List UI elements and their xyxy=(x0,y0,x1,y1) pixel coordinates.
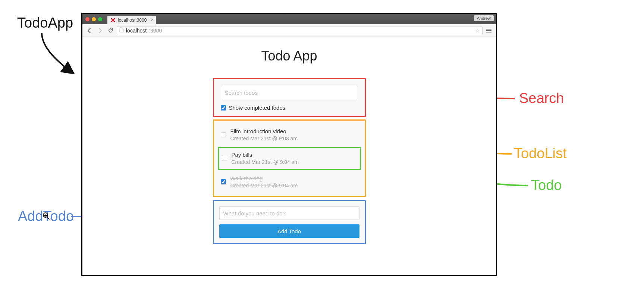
minimize-window-icon[interactable] xyxy=(92,17,96,21)
todo-title: Walk the dog xyxy=(230,175,298,181)
annotation-search: Search xyxy=(519,90,564,106)
bookmark-icon[interactable]: ☆ xyxy=(475,28,480,34)
page-icon xyxy=(119,27,124,34)
annotation-todolist: TodoList xyxy=(514,146,567,162)
browser-tab-strip: localhost:3000 × Andrew xyxy=(82,14,496,24)
todo-meta: Created Mar 21st @ 9:03 am xyxy=(230,136,298,141)
annotation-todoapp: TodoApp xyxy=(17,15,73,31)
address-bar[interactable]: localhost:3000 ☆ xyxy=(117,26,483,35)
close-tab-icon[interactable]: × xyxy=(151,17,154,22)
browser-window: localhost:3000 × Andrew localhost:3000 ☆… xyxy=(81,13,497,276)
todo-meta: Created Mar 21st @ 9:04 am xyxy=(230,183,298,189)
close-window-icon[interactable] xyxy=(85,17,89,21)
show-completed-checkbox[interactable] xyxy=(221,105,226,111)
todo-checkbox[interactable] xyxy=(222,156,227,161)
reload-button[interactable] xyxy=(106,27,114,35)
todo-checkbox[interactable] xyxy=(221,132,226,137)
zoom-cursor-icon xyxy=(43,212,50,220)
todo-checkbox[interactable] xyxy=(221,179,226,184)
search-panel: Show completed todos xyxy=(213,78,366,117)
forward-button[interactable] xyxy=(96,27,104,35)
browser-user-badge[interactable]: Andrew xyxy=(474,15,494,21)
annotation-todo: Todo xyxy=(531,177,562,193)
add-todo-panel: Add Todo xyxy=(213,200,366,244)
browser-toolbar: localhost:3000 ☆ xyxy=(82,24,496,37)
browser-tab[interactable]: localhost:3000 × xyxy=(107,16,156,24)
maximize-window-icon[interactable] xyxy=(98,17,102,21)
page-title: Todo App xyxy=(82,48,496,64)
show-completed-row[interactable]: Show completed todos xyxy=(221,105,358,111)
todo-title: Film introduction video xyxy=(230,128,298,134)
back-button[interactable] xyxy=(85,27,94,35)
window-controls xyxy=(85,14,107,24)
tab-title: localhost:3000 xyxy=(118,18,147,23)
todo-meta: Created Mar 21st @ 9:04 am xyxy=(232,159,299,165)
todo-item[interactable]: Film introduction video Created Mar 21st… xyxy=(218,124,361,145)
todo-item[interactable]: Pay bills Created Mar 21st @ 9:04 am xyxy=(218,147,361,170)
todo-title: Pay bills xyxy=(232,152,299,158)
favicon-icon xyxy=(110,18,116,23)
page-viewport: Todo App Show completed todos Film intro… xyxy=(82,37,496,275)
search-input[interactable] xyxy=(221,86,358,99)
add-todo-input[interactable] xyxy=(219,206,359,220)
add-todo-button[interactable]: Add Todo xyxy=(219,224,359,238)
show-completed-label: Show completed todos xyxy=(229,105,286,111)
todo-list-panel: Film introduction video Created Mar 21st… xyxy=(213,119,366,197)
url-host: localhost xyxy=(126,28,147,34)
browser-menu-button[interactable] xyxy=(485,27,493,35)
url-port: :3000 xyxy=(149,28,162,34)
todo-item[interactable]: Walk the dog Created Mar 21st @ 9:04 am xyxy=(218,171,361,192)
